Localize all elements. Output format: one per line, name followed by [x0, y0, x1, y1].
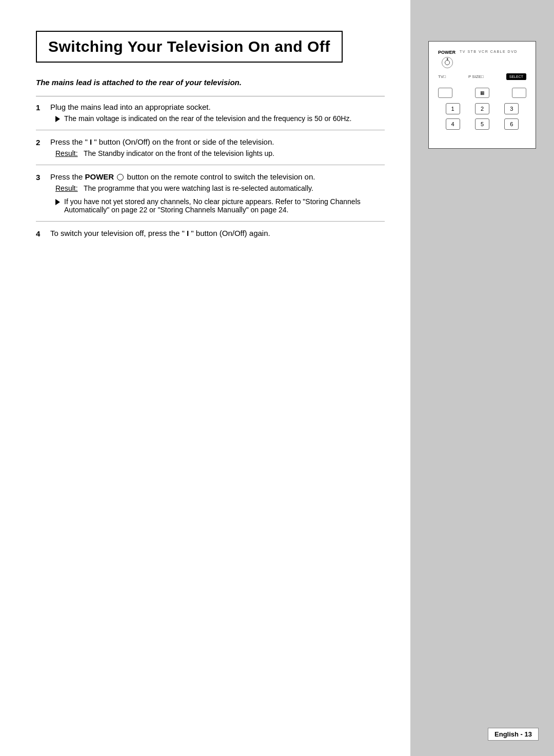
remote-psize-label: P SIZE□: [468, 74, 484, 79]
remote-inner: POWER TV STB VCR CABLE DVD TV□ P SIZE□ S…: [434, 47, 530, 143]
page-title: Switching Your Television On and Off: [48, 38, 330, 55]
step-3-sub-text: If you have not yet stored any channels,…: [64, 197, 385, 214]
divider-top: [36, 96, 385, 96]
step-1-content: Plug the mains lead into an appropriate …: [50, 103, 385, 123]
step-2-result-label: Result:: [55, 149, 84, 157]
remote-btn-6: 6: [504, 118, 519, 130]
title-box: Switching Your Television On and Off: [36, 31, 343, 63]
step-3-sub-1: If you have not yet stored any channels,…: [55, 197, 385, 214]
remote-btn-2: 2: [475, 103, 489, 114]
remote-btn-5: 5: [475, 118, 489, 130]
step-4: 4 To switch your television off, press t…: [36, 229, 385, 248]
step-number-2: 2: [36, 138, 50, 147]
remote-power-inner-icon: [445, 60, 450, 65]
remote-source-row: TV STB VCR CABLE DVD: [460, 50, 518, 53]
right-sidebar: POWER TV STB VCR CABLE DVD TV□ P SIZE□ S…: [410, 0, 554, 756]
step-1-sub-text: The main voltage is indicated on the rea…: [64, 114, 351, 123]
remote-btn-4: 4: [446, 118, 460, 130]
footer-page-number: English - 13: [488, 728, 539, 741]
remote-select-btn: SELECT: [506, 73, 526, 80]
step-3-main: Press the POWER button on the remote con…: [50, 172, 385, 181]
step-number-3: 3: [36, 173, 50, 182]
step-1-main: Plug the mains lead into an appropriate …: [50, 103, 385, 111]
step-3-result-label: Result:: [55, 184, 84, 192]
step-2-content: Press the " I " button (On/Off) on the f…: [50, 137, 385, 157]
step-1-sub-1: The main voltage is indicated on the rea…: [55, 114, 385, 123]
step-1: 1 Plug the mains lead into an appropriat…: [36, 103, 385, 130]
remote-btn-1: 1: [446, 103, 460, 114]
step-2-result: Result: The Standby indicator on the fro…: [55, 149, 385, 157]
step-2: 2 Press the " I " button (On/Off) on the…: [36, 137, 385, 165]
step-3-result-text: The programme that you were watching las…: [84, 184, 313, 192]
remote-row2: ▦: [438, 88, 526, 98]
remote-power-button: [442, 57, 453, 68]
step-3: 3 Press the POWER button on the remote c…: [36, 172, 385, 222]
remote-btn-3: 3: [504, 103, 519, 114]
step-number-1: 1: [36, 103, 50, 112]
remote-btn-center: ▦: [475, 88, 489, 98]
remote-btn-right: [512, 88, 526, 98]
arrow-icon-1: [55, 116, 60, 122]
step-2-main: Press the " I " button (On/Off) on the f…: [50, 137, 385, 146]
main-content: Switching Your Television On and Off The…: [0, 0, 410, 756]
remote-power-label: POWER: [438, 50, 456, 55]
step-3-content: Press the POWER button on the remote con…: [50, 172, 385, 214]
subtitle: The mains lead is attached to the rear o…: [36, 78, 385, 87]
arrow-icon-3: [55, 199, 60, 205]
step-3-result: Result: The programme that you were watc…: [55, 184, 385, 192]
remote-btn-left: [438, 88, 452, 98]
remote-num-row1: 1 2 3: [438, 103, 526, 114]
remote-num-row2: 4 5 6: [438, 118, 526, 130]
remote-control-illustration: POWER TV STB VCR CABLE DVD TV□ P SIZE□ S…: [428, 41, 536, 149]
remote-row1: TV□ P SIZE□ SELECT: [438, 73, 526, 80]
step-4-content: To switch your television off, press the…: [50, 229, 385, 241]
step-number-4: 4: [36, 229, 50, 238]
step-4-main: To switch your television off, press the…: [50, 229, 385, 237]
steps-container: 1 Plug the mains lead into an appropriat…: [36, 103, 385, 248]
remote-tv-label: TV□: [438, 74, 446, 79]
step-2-result-text: The Standby indicator on the front of th…: [84, 149, 274, 157]
